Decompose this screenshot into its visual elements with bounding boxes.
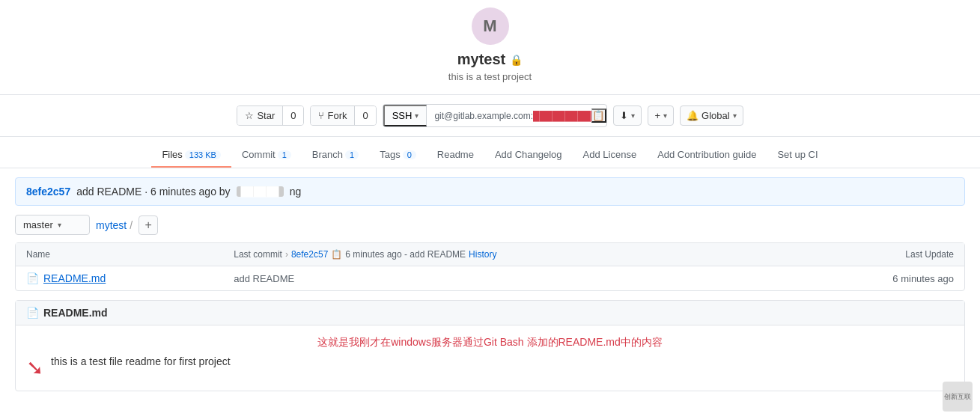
readme-section: 📄 README.md 这就是我刚才在windows服务器通过Git Bash …	[15, 300, 965, 391]
tab-add-license[interactable]: Add License	[573, 143, 648, 168]
tab-tags[interactable]: Tags0	[369, 143, 427, 168]
star-button[interactable]: ☆ Star	[237, 106, 282, 125]
readme-file-icon: 📄	[26, 307, 39, 319]
file-name-link[interactable]: README.md	[43, 272, 106, 284]
commit-bar: 8efe2c57 add README · 6 minutes ago by █…	[15, 177, 965, 206]
fork-label: Fork	[327, 110, 347, 121]
chevron-down-icon: ▾	[415, 111, 419, 120]
chevron-down-icon: ▾	[58, 221, 61, 229]
commit-time-label: 6 minutes ago - add README	[345, 249, 466, 260]
chevron-down-icon: ▾	[733, 111, 737, 120]
fork-count: 0	[354, 106, 375, 125]
column-name-header: Name	[26, 249, 234, 260]
readme-content-row: ➘ this is a test file readme for first p…	[26, 355, 954, 380]
nav-tabs: Files133 KBCommit1Branch1Tags0ReadmeAdd …	[0, 137, 980, 168]
history-link[interactable]: History	[469, 249, 496, 260]
fork-button[interactable]: ⑂ Fork	[311, 106, 354, 125]
commit-message: add README · 6 minutes ago by	[76, 186, 230, 198]
star-count: 0	[282, 106, 303, 125]
fork-group: ⑂ Fork 0	[310, 105, 376, 126]
star-icon: ☆	[245, 110, 254, 121]
header-commit-ref[interactable]: 8efe2c57	[291, 249, 328, 260]
breadcrumb-separator: /	[130, 219, 133, 231]
star-label: Star	[257, 110, 275, 121]
commit-author-suffix: ng	[290, 186, 302, 198]
repo-title: mytest	[457, 51, 505, 68]
breadcrumb-repo-link[interactable]: mytest	[96, 219, 127, 231]
last-commit-label: Last commit	[234, 249, 282, 260]
lock-icon: 🔒	[510, 54, 523, 66]
plus-icon: +	[654, 110, 660, 121]
tab-set-up-ci[interactable]: Set up CI	[767, 143, 828, 168]
commit-hash-link[interactable]: 8efe2c57	[26, 186, 70, 198]
global-label: Global	[701, 110, 730, 121]
copy-button[interactable]: 📋	[591, 108, 606, 123]
repo-header: M mytest 🔒 this is a test project	[0, 0, 980, 95]
tab-readme[interactable]: Readme	[427, 143, 484, 168]
file-commit: add README	[234, 273, 856, 284]
notification-button[interactable]: 🔔 Global ▾	[680, 105, 743, 126]
new-file-button[interactable]: +	[139, 215, 158, 235]
column-update-header: Last Update	[856, 249, 954, 260]
watermark: 创新互联	[943, 382, 973, 400]
readme-note: 这就是我刚才在windows服务器通过Git Bash 添加的README.md…	[26, 336, 954, 349]
ssh-label: SSH	[392, 110, 413, 121]
action-bar: ☆ Star 0 ⑂ Fork 0 SSH ▾ git@gitlab.examp…	[0, 95, 980, 137]
file-table-header: Name Last commit › 8efe2c57 📋 6 minutes …	[16, 243, 964, 266]
fork-icon: ⑂	[318, 110, 324, 121]
tab-commit[interactable]: Commit1	[231, 143, 302, 168]
download-icon: ⬇	[620, 110, 628, 121]
tab-add-contribution-guide[interactable]: Add Contribution guide	[647, 143, 767, 168]
repo-description: this is a test project	[0, 71, 980, 82]
branch-selector[interactable]: master ▾	[15, 215, 90, 235]
chevron-down-icon: ▾	[631, 111, 635, 120]
readme-header: 📄 README.md	[16, 301, 964, 325]
file-update: 6 minutes ago	[856, 273, 954, 284]
tab-badge: 1	[345, 150, 359, 159]
commit-author-masked: ██████	[237, 186, 284, 197]
ssh-group: SSH ▾ git@gitlab.example.com:██████████ …	[383, 104, 608, 127]
file-icon: 📄	[26, 272, 39, 284]
tab-branch[interactable]: Branch1	[302, 143, 369, 168]
tab-files[interactable]: Files133 KB	[151, 143, 231, 168]
ssh-url-text: git@gitlab.example.com:	[434, 111, 533, 121]
ssh-masked: ██████████	[533, 111, 591, 121]
avatar: M	[472, 7, 509, 45]
star-group: ☆ Star 0	[237, 105, 304, 126]
tab-badge: 0	[403, 150, 416, 159]
add-button[interactable]: + ▾	[648, 105, 674, 126]
readme-title: README.md	[43, 307, 108, 319]
chevron-down-icon: ▾	[663, 111, 667, 120]
tab-add-changelog[interactable]: Add Changelog	[484, 143, 573, 168]
ssh-url: git@gitlab.example.com:██████████	[427, 107, 591, 125]
readme-text: this is a test file readme for first pro…	[51, 355, 231, 367]
breadcrumb: mytest /	[96, 219, 133, 231]
table-row: 📄 README.md add README 6 minutes ago	[16, 266, 964, 290]
readme-body: 这就是我刚才在windows服务器通过Git Bash 添加的README.md…	[16, 325, 964, 391]
copy-icon: 📋	[331, 249, 342, 260]
tab-badge: 133 KB	[185, 150, 221, 159]
download-button[interactable]: ⬇ ▾	[613, 105, 642, 126]
repo-name-row: mytest 🔒	[0, 51, 980, 68]
column-commit-header: Last commit › 8efe2c57 📋 6 minutes ago -…	[234, 249, 856, 260]
branch-name: master	[23, 219, 53, 230]
bell-icon: 🔔	[687, 110, 699, 121]
file-table: Name Last commit › 8efe2c57 📋 6 minutes …	[15, 242, 965, 291]
ssh-button[interactable]: SSH ▾	[383, 105, 427, 126]
arrow-icon: ➘	[26, 355, 43, 380]
tab-badge: 1	[278, 150, 291, 159]
repo-controls: master ▾ mytest / +	[15, 215, 965, 235]
